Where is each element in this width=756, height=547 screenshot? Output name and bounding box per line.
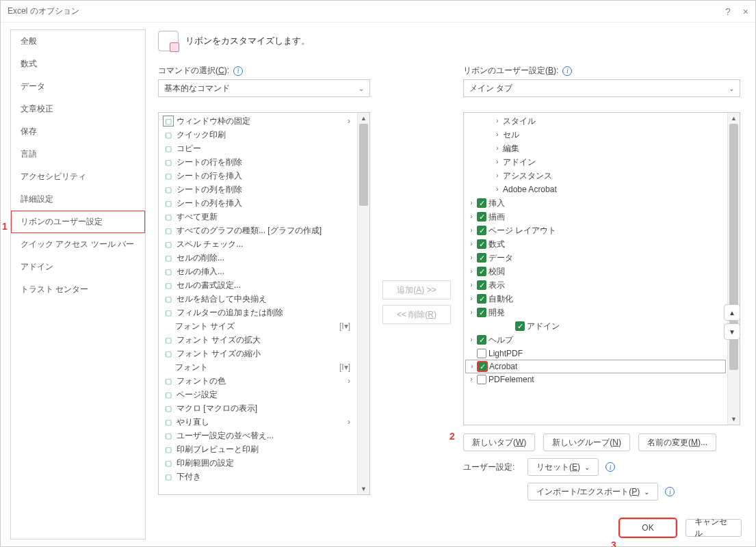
sidebar-item[interactable]: 文章校正: [11, 98, 145, 120]
sidebar-item[interactable]: 詳細設定: [11, 188, 145, 211]
scrollbar[interactable]: ▲ ▼: [727, 113, 740, 425]
expand-caret-icon[interactable]: ›: [494, 129, 501, 141]
command-item[interactable]: ▢セルの挿入...: [160, 265, 356, 278]
new-tab-button[interactable]: 新しいタブ(W): [463, 433, 535, 451]
choose-commands-dropdown[interactable]: 基本的なコマンド ⌄: [158, 79, 370, 97]
move-down-button[interactable]: ▼: [724, 323, 740, 340]
command-item[interactable]: ▢セルの書式設定...: [160, 278, 356, 292]
sidebar-item[interactable]: リボンのユーザー設定: [11, 211, 145, 233]
tree-checkbox[interactable]: [477, 349, 486, 358]
rename-button[interactable]: 名前の変更(M)...: [638, 433, 716, 451]
command-item[interactable]: ▢やり直し›: [160, 415, 356, 429]
expand-caret-icon[interactable]: ›: [468, 306, 475, 319]
expand-caret-icon[interactable]: ›: [468, 265, 475, 278]
tree-checkbox[interactable]: [477, 294, 486, 304]
expand-caret-icon[interactable]: ›: [494, 156, 501, 168]
tree-item[interactable]: ›データ: [465, 251, 726, 265]
tree-checkbox[interactable]: [477, 198, 486, 208]
ribbon-tree[interactable]: ›スタイル›セル›編集›アドイン›アシスタンス›Adobe Acrobat›挿入…: [463, 112, 740, 425]
command-item[interactable]: ▢印刷プレビューと印刷: [160, 442, 356, 456]
command-item[interactable]: フォント サイズ[I▾]: [160, 319, 356, 333]
remove-button[interactable]: << 削除(R): [382, 305, 451, 324]
tree-item[interactable]: ›開発: [465, 306, 726, 319]
sidebar-item[interactable]: 数式: [11, 53, 145, 75]
tree-item[interactable]: ›描画: [465, 210, 726, 224]
command-item[interactable]: ▢フォントの色›: [160, 374, 356, 388]
expand-caret-icon[interactable]: ›: [468, 211, 475, 223]
tree-checkbox[interactable]: [477, 212, 486, 222]
scroll-up-icon[interactable]: ▲: [728, 113, 740, 124]
tree-item[interactable]: ›校閲: [465, 265, 726, 278]
move-up-button[interactable]: ▲: [724, 304, 740, 321]
ok-button[interactable]: OK: [620, 519, 676, 537]
tree-item[interactable]: ›数式: [465, 237, 726, 251]
command-item[interactable]: ▢シートの列を削除: [160, 183, 356, 196]
expand-caret-icon[interactable]: ›: [468, 293, 475, 305]
tree-item[interactable]: ›アドイン: [465, 319, 726, 333]
expand-caret-icon[interactable]: ›: [468, 334, 475, 346]
reset-dropdown[interactable]: リセット(E) ⌄: [527, 458, 599, 476]
tree-item[interactable]: ›LightPDF: [465, 347, 726, 360]
tree-item[interactable]: ›アドイン: [465, 155, 726, 169]
expand-caret-icon[interactable]: ›: [468, 238, 475, 250]
sidebar-item[interactable]: アドイン: [11, 256, 145, 278]
tree-checkbox[interactable]: [515, 321, 525, 331]
tree-checkbox[interactable]: [477, 253, 486, 263]
sidebar-item[interactable]: 全般: [11, 30, 145, 53]
command-item[interactable]: フォント[I▾]: [160, 360, 356, 374]
expand-caret-icon[interactable]: ›: [494, 142, 501, 155]
ribbon-tabs-dropdown[interactable]: メイン タブ ⌄: [463, 79, 740, 97]
command-item[interactable]: ▢シートの行を挿入: [160, 169, 356, 183]
tree-checkbox[interactable]: [477, 335, 486, 345]
info-icon[interactable]: [605, 462, 615, 472]
command-item[interactable]: ▢フォント サイズの縮小: [160, 347, 356, 360]
close-icon[interactable]: ×: [743, 6, 748, 17]
command-item[interactable]: ▢セルを結合して中央揃え: [160, 292, 356, 306]
tree-item[interactable]: ›Adobe Acrobat: [465, 183, 726, 196]
commands-listbox[interactable]: ▢ウィンドウ枠の固定›▢クイック印刷▢コピー▢シートの行を削除▢シートの行を挿入…: [158, 112, 370, 495]
expand-caret-icon[interactable]: ›: [468, 279, 475, 291]
command-item[interactable]: ▢すべて更新: [160, 210, 356, 224]
expand-caret-icon[interactable]: ›: [494, 115, 501, 127]
tree-item[interactable]: ›ヘルプ: [465, 333, 726, 347]
scroll-up-icon[interactable]: ▲: [358, 113, 369, 124]
expand-caret-icon[interactable]: ›: [468, 252, 475, 264]
tree-item[interactable]: ›PDFelement: [465, 373, 726, 386]
tree-checkbox[interactable]: [478, 362, 487, 371]
scrollbar[interactable]: ▲ ▼: [357, 113, 369, 494]
scroll-down-icon[interactable]: ▼: [728, 414, 740, 425]
cancel-button[interactable]: キャンセル: [686, 519, 742, 537]
command-item[interactable]: ▢ページ設定: [160, 388, 356, 401]
tree-item[interactable]: ›セル: [465, 128, 726, 142]
command-item[interactable]: ▢セルの削除...: [160, 251, 356, 265]
add-button[interactable]: 追加(A) >>: [382, 280, 451, 299]
expand-caret-icon[interactable]: ›: [468, 197, 475, 209]
sidebar-item[interactable]: 保存: [11, 120, 145, 143]
sidebar-item[interactable]: クイック アクセス ツール バー: [11, 233, 145, 256]
tree-checkbox[interactable]: [477, 239, 486, 249]
tree-checkbox[interactable]: [477, 267, 486, 276]
command-item[interactable]: ▢コピー: [160, 142, 356, 155]
command-item[interactable]: ▢すべてのグラフの種類... [グラフの作成]: [160, 224, 356, 237]
command-item[interactable]: ▢下付き: [160, 470, 356, 483]
tree-item[interactable]: ›アシスタンス: [465, 169, 726, 183]
tree-checkbox[interactable]: [477, 308, 486, 317]
tree-checkbox[interactable]: [477, 375, 486, 384]
command-item[interactable]: ▢ウィンドウ枠の固定›: [160, 114, 356, 128]
tree-item[interactable]: ›ページ レイアウト: [465, 224, 726, 237]
command-item[interactable]: ▢印刷範囲の設定: [160, 456, 356, 470]
tree-item[interactable]: ›編集: [465, 142, 726, 155]
sidebar-item[interactable]: 言語: [11, 143, 145, 165]
info-icon[interactable]: [665, 487, 675, 496]
command-item[interactable]: ▢クイック印刷: [160, 128, 356, 142]
command-item[interactable]: ▢フィルターの追加または削除: [160, 306, 356, 319]
sidebar-item[interactable]: データ: [11, 75, 145, 98]
command-item[interactable]: ▢フォント サイズの拡大: [160, 333, 356, 347]
info-icon[interactable]: [233, 66, 243, 76]
tree-item[interactable]: ›挿入: [465, 196, 726, 210]
expand-caret-icon[interactable]: ›: [494, 183, 501, 196]
tree-checkbox[interactable]: [477, 280, 486, 290]
info-icon[interactable]: [562, 66, 572, 76]
command-item[interactable]: ▢シートの列を挿入: [160, 196, 356, 210]
help-icon[interactable]: ?: [725, 6, 731, 17]
